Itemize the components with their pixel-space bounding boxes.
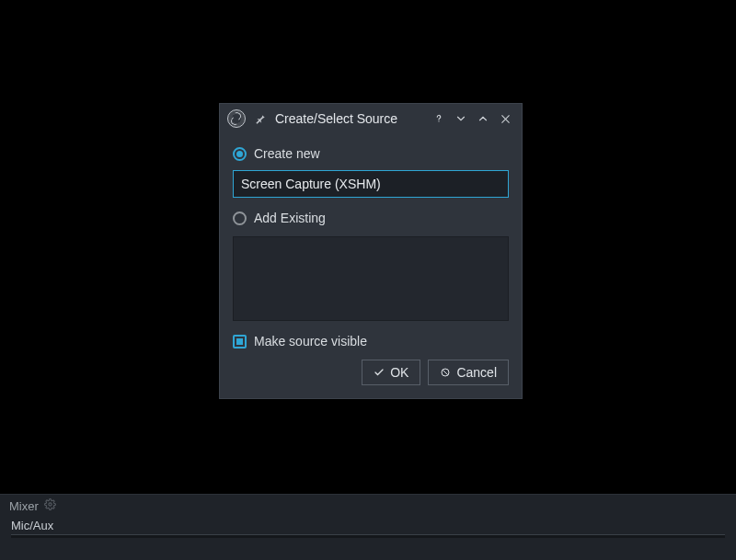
cancel-button[interactable]: Cancel bbox=[428, 360, 509, 385]
svg-point-1 bbox=[438, 120, 439, 121]
mixer-body: Mic/Aux bbox=[11, 519, 725, 538]
source-name-input[interactable] bbox=[233, 170, 509, 198]
svg-line-5 bbox=[443, 370, 449, 375]
cancel-label: Cancel bbox=[456, 365, 497, 380]
add-existing-radio[interactable]: Add Existing bbox=[233, 207, 509, 229]
dialog-button-row: OK Cancel bbox=[233, 360, 509, 385]
create-select-source-dialog: Create/Select Source Create new Add Exis… bbox=[219, 103, 523, 399]
checkbox-icon bbox=[233, 335, 247, 349]
chevron-down-icon[interactable] bbox=[454, 111, 468, 126]
radio-icon bbox=[233, 211, 247, 225]
dialog-titlebar[interactable]: Create/Select Source bbox=[220, 104, 522, 133]
svg-point-0 bbox=[49, 503, 52, 506]
mixer-meter bbox=[11, 534, 725, 538]
prohibit-icon bbox=[440, 367, 451, 378]
ok-label: OK bbox=[390, 365, 408, 380]
chevron-up-icon[interactable] bbox=[476, 111, 490, 126]
make-source-visible-checkbox[interactable]: Make source visible bbox=[233, 332, 509, 360]
mixer-label: Mixer bbox=[9, 499, 39, 513]
create-new-radio[interactable]: Create new bbox=[233, 143, 509, 165]
close-icon[interactable] bbox=[498, 111, 512, 126]
mixer-channel-label: Mic/Aux bbox=[11, 519, 725, 534]
radio-icon bbox=[233, 147, 247, 161]
gear-icon[interactable] bbox=[44, 498, 56, 513]
existing-sources-list[interactable] bbox=[233, 236, 509, 321]
mixer-header: Mixer bbox=[0, 495, 736, 515]
obs-logo-icon bbox=[227, 109, 246, 128]
make-visible-label: Make source visible bbox=[254, 334, 367, 349]
pin-icon[interactable] bbox=[253, 111, 268, 126]
mixer-panel: Mixer Mic/Aux bbox=[0, 494, 736, 560]
add-existing-label: Add Existing bbox=[254, 211, 326, 225]
check-icon bbox=[374, 367, 385, 378]
create-new-label: Create new bbox=[254, 146, 320, 161]
dialog-body: Create new Add Existing Make source visi… bbox=[220, 133, 522, 398]
ok-button[interactable]: OK bbox=[362, 360, 420, 385]
dialog-title: Create/Select Source bbox=[275, 111, 397, 126]
help-icon[interactable] bbox=[431, 111, 446, 126]
